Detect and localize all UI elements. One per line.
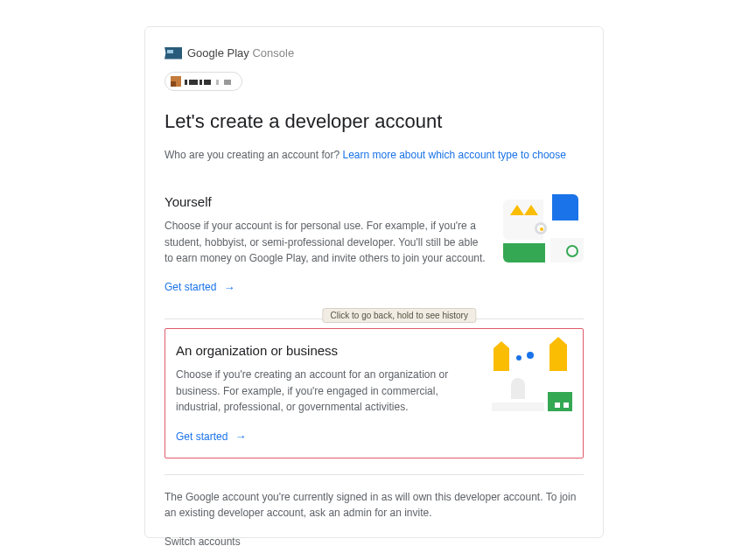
organization-illustration (492, 343, 572, 411)
get-started-organization-button[interactable]: Get started → (176, 430, 246, 443)
arrow-right-icon: → (234, 430, 246, 443)
arrow-right-icon: → (223, 281, 234, 294)
account-chip[interactable] (164, 72, 242, 91)
option-yourself: Yourself Choose if your account is for p… (164, 194, 584, 294)
option-organization: An organization or business Choose if yo… (164, 328, 584, 458)
back-history-tooltip: Click to go back, hold to see history (323, 308, 476, 323)
option-organization-heading: An organization or business (176, 343, 476, 358)
redacted-account-text (185, 74, 233, 89)
option-organization-text: An organization or business Choose if yo… (176, 343, 476, 443)
logo-primary: Google Play (187, 46, 249, 60)
option-yourself-desc: Choose if your account is for personal u… (164, 218, 487, 267)
option-yourself-heading: Yourself (164, 194, 487, 209)
logo-text: Google Play Console (187, 46, 294, 60)
developer-account-panel: Google Play Console Let's create a devel… (144, 26, 604, 538)
get-started-yourself-button[interactable]: Get started → (164, 281, 234, 294)
page-subtitle: Who are you creating an account for? Lea… (164, 149, 584, 161)
footer: The Google account you're currently sign… (164, 474, 584, 548)
switch-accounts-link[interactable]: Switch accounts (164, 536, 584, 548)
logo-secondary: Console (252, 46, 294, 60)
learn-more-link[interactable]: Learn more about which account type to c… (342, 149, 566, 161)
logo-row: Google Play Console (164, 46, 584, 60)
cta-label: Get started (176, 430, 228, 443)
yourself-illustration (503, 194, 584, 262)
option-organization-desc: Choose if you're creating an account for… (176, 367, 476, 416)
option-yourself-text: Yourself Choose if your account is for p… (164, 194, 487, 294)
page-title: Let's create a developer account (164, 110, 584, 133)
google-play-flag-icon (164, 47, 182, 60)
section-divider: Click to go back, hold to see history (164, 318, 584, 319)
cta-label: Get started (164, 281, 216, 293)
footer-note: The Google account you're currently sign… (164, 489, 584, 522)
subtitle-prefix: Who are you creating an account for? (164, 149, 342, 161)
avatar-icon (171, 76, 181, 87)
